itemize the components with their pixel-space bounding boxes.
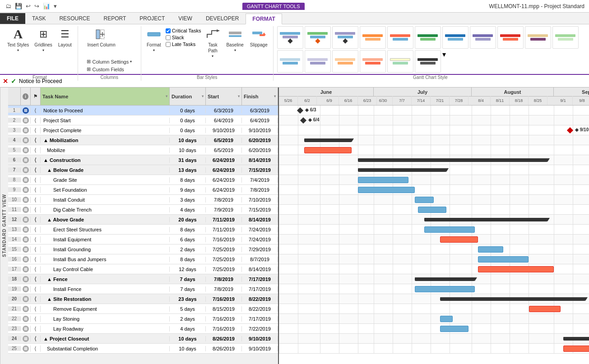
column-settings-button[interactable]: ⊞ Column Settings ▾	[85, 58, 133, 65]
col-header-info[interactable]: i	[21, 88, 31, 105]
slack-checkbox[interactable]: Slack	[166, 35, 201, 40]
task-name[interactable]: ▲ Fence	[41, 276, 170, 282]
table-row[interactable]: 11 ⊞ ⟨ Dig Cable Trench 4 days 7/9/2019 …	[8, 205, 278, 215]
gantt-style-more-button[interactable]: ▾	[442, 50, 446, 59]
table-row[interactable]: 12 ⊞ ⟨ ▲ Above Grade 20 days 7/11/2019 8…	[8, 215, 278, 225]
table-row[interactable]: 3 ⊞ ⟨ Project Complete 0 days 9/10/2019 …	[8, 125, 278, 135]
table-row[interactable]: 21 ⊞ ⟨ Remove Equipment 5 days 8/15/2019…	[8, 304, 278, 314]
slippage-button[interactable]: Slippage	[248, 26, 269, 48]
record-qat[interactable]: 📊	[42, 2, 51, 10]
table-row[interactable]: 19 ⊞ ⟨ Install Fence 7 days 7/8/2019 7/1…	[8, 284, 278, 294]
task-name[interactable]: ▲ Mobilization	[41, 138, 170, 143]
table-row[interactable]: 23 ⊞ ⟨ Lay Roadway 4 days 7/16/2019 7/22…	[8, 324, 278, 334]
gantt-style-swatch-3[interactable]	[332, 26, 358, 49]
baseline-button[interactable]: Baseline ▾	[224, 26, 245, 53]
gantt-style-swatch-9[interactable]	[497, 26, 524, 49]
table-row[interactable]: 20 ⊞ ⟨ ▲ Site Restoration 23 days 7/16/2…	[8, 294, 278, 304]
table-row[interactable]: 15 ⊞ ⟨ Install Grounding 2 days 7/25/201…	[8, 244, 278, 254]
custom-fields-button[interactable]: ⊞ Custom Fields	[85, 66, 125, 73]
task-name[interactable]: Notice to Proceed	[41, 108, 170, 113]
tab-project[interactable]: PROJECT	[133, 13, 172, 24]
tab-view[interactable]: VIEW	[172, 13, 199, 24]
table-row[interactable]: 25 ⊞ ⟨ Substantial Completion 10 days 8/…	[8, 344, 278, 354]
tab-developer[interactable]: DEVELOPER	[199, 13, 246, 24]
table-row[interactable]: 13 ⊞ ⟨ Erect Steel Structures 8 days 7/1…	[8, 225, 278, 235]
gantt-style-swatch-11[interactable]	[552, 26, 579, 49]
task-name[interactable]: Lay Control Cable	[41, 267, 170, 272]
task-name[interactable]: Remove Equipment	[41, 306, 170, 312]
task-name[interactable]: Set Foundation	[41, 187, 170, 193]
table-row[interactable]: 8 ⊞ ⟨ Grade Site 8 days 6/24/2019 7/4/20…	[8, 175, 278, 185]
col-header-start[interactable]: Start ▾	[206, 88, 242, 105]
table-row[interactable]: 5 ⊞ ⟨ Mobilize 10 days 6/5/2019 6/20/201…	[8, 145, 278, 155]
task-name[interactable]: ▲ Construction	[41, 157, 170, 163]
format-bar-button[interactable]: Format ▾	[145, 26, 163, 53]
table-row[interactable]: 6 ⊞ ⟨ ▲ Construction 31 days 6/24/2019 8…	[8, 155, 278, 165]
table-row[interactable]: 17 ⊞ ⟨ Lay Control Cable 12 days 7/25/20…	[8, 264, 278, 274]
tab-format[interactable]: FORMAT	[246, 14, 282, 24]
critical-tasks-checkbox[interactable]: Critical Tasks	[166, 28, 201, 33]
tab-resource[interactable]: RESOURCE	[52, 13, 97, 24]
task-name[interactable]: Mobilize	[41, 147, 170, 153]
task-name[interactable]: Grade Site	[41, 177, 170, 183]
task-path-button[interactable]: Task Path ▾	[204, 26, 222, 59]
task-name[interactable]: Erect Steel Structures	[41, 227, 170, 232]
gantt-style-swatch-12[interactable]	[277, 50, 303, 73]
gantt-style-swatch-16[interactable]	[387, 50, 413, 73]
table-row[interactable]: 14 ⊞ ⟨ Install Equipment 6 days 7/16/201…	[8, 235, 278, 244]
gantt-style-swatch-4[interactable]	[360, 26, 386, 49]
task-name[interactable]: Install Conduit	[41, 197, 170, 203]
task-name[interactable]: ▲ Project Closeout	[41, 336, 170, 341]
gantt-style-swatch-13[interactable]	[305, 50, 331, 73]
gantt-style-swatch-1[interactable]	[277, 26, 303, 49]
table-row[interactable]: 2 ⊞ ⟨ Project Start 0 days 6/4/2019 6/4/…	[8, 115, 278, 125]
col-header-finish[interactable]: Finish ▾	[242, 88, 278, 105]
task-name[interactable]: ▲ Above Grade	[41, 217, 170, 222]
task-name[interactable]: Install Equipment	[41, 237, 170, 242]
task-name[interactable]: Install Fence	[41, 286, 170, 292]
col-header-name[interactable]: Task Name ▾	[41, 88, 170, 105]
gantt-style-swatch-6[interactable]	[415, 26, 441, 49]
gantt-style-swatch-8[interactable]	[470, 26, 496, 49]
table-row[interactable]: 1 ⊞ ⟨ Notice to Proceed 0 days 6/3/2019 …	[8, 106, 278, 115]
task-name[interactable]: Install Bus and Jumpers	[41, 257, 170, 262]
tab-report[interactable]: REPORT	[97, 13, 133, 24]
table-row[interactable]: 9 ⊞ ⟨ Set Foundation 9 days 6/24/2019 7/…	[8, 185, 278, 195]
redo-qat[interactable]: ↪	[33, 2, 40, 10]
table-row[interactable]: 10 ⊞ ⟨ Install Conduit 3 days 7/8/2019 7…	[8, 195, 278, 205]
text-styles-button[interactable]: A Text Styles ▾	[5, 26, 31, 53]
gantt-style-swatch-10[interactable]	[525, 26, 551, 49]
table-row[interactable]: 7 ⊞ ⟨ ▲ Below Grade 13 days 6/24/2019 7/…	[8, 165, 278, 175]
task-name[interactable]: Substantial Completion	[41, 346, 170, 351]
task-name[interactable]: Dig Cable Trench	[41, 207, 170, 212]
gantt-style-swatch-7[interactable]	[442, 26, 468, 49]
gridlines-button[interactable]: ⊞ Gridlines ▾	[32, 26, 54, 53]
layout-button[interactable]: ☰ Layout	[56, 26, 74, 48]
gantt-style-swatch-17[interactable]	[415, 50, 441, 73]
table-row[interactable]: 4 ⊞ ⟨ ▲ Mobilization 10 days 6/5/2019 6/…	[8, 135, 278, 145]
col-header-duration[interactable]: Duration ▾	[170, 88, 206, 105]
task-name[interactable]: Install Grounding	[41, 247, 170, 252]
gantt-style-swatch-15[interactable]	[360, 50, 386, 73]
gantt-style-swatch-2[interactable]	[305, 26, 331, 49]
gantt-style-swatch-5[interactable]	[387, 26, 413, 49]
late-tasks-checkbox[interactable]: Late Tasks	[166, 41, 201, 47]
save-qat[interactable]: 💾	[14, 2, 23, 10]
insert-column-button[interactable]: Insert Column	[85, 26, 117, 48]
task-name[interactable]: ▲ Below Grade	[41, 167, 170, 173]
task-name[interactable]: ▲ Site Restoration	[41, 296, 170, 302]
undo-qat[interactable]: ↩	[25, 2, 32, 10]
tab-file[interactable]: FILE	[0, 13, 25, 24]
table-row[interactable]: 18 ⊞ ⟨ ▲ Fence 7 days 7/8/2019 7/17/2019	[8, 274, 278, 284]
task-name[interactable]: Project Complete	[41, 128, 170, 133]
table-row[interactable]: 16 ⊞ ⟨ Install Bus and Jumpers 8 days 7/…	[8, 254, 278, 264]
tab-task[interactable]: TASK	[25, 13, 52, 24]
table-row[interactable]: 24 ⊞ ⟨ ▲ Project Closeout 10 days 8/26/2…	[8, 334, 278, 344]
customize-qat[interactable]: ▾	[53, 2, 58, 10]
table-row[interactable]: 22 ⊞ ⟨ Lay Stoning 2 days 7/16/2019 7/17…	[8, 314, 278, 324]
task-name[interactable]: Project Start	[41, 118, 170, 123]
gantt-style-swatch-14[interactable]	[332, 50, 358, 73]
col-header-mode[interactable]: ⚑	[31, 88, 41, 105]
task-name[interactable]: Lay Stoning	[41, 316, 170, 322]
task-name[interactable]: Lay Roadway	[41, 326, 170, 332]
